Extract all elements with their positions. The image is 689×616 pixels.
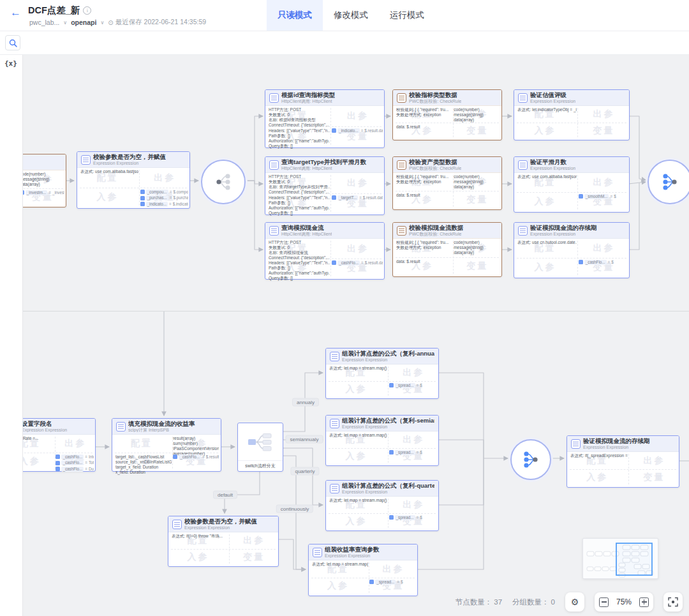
node-title: 查询targetType并找到平滑月数 (281, 159, 366, 166)
node-outputs: code(number)message(string)data(array) (454, 240, 500, 255)
tag-icon (389, 515, 394, 520)
tag-name: _indicato... (146, 202, 168, 207)
tag-value: Duration (89, 467, 94, 472)
node-config-extra: Headers: [{"valueType":"Text","n...Path参… (269, 195, 330, 216)
node-check-params-assign[interactable]: 校验参数是否为空，并赋值Expression Expression配置出参入参变… (77, 151, 190, 209)
node-build-yield-query[interactable]: 组装收益率查询参数Expression Expression配置出参入参变量表达… (308, 544, 418, 596)
tag-value: $ (420, 515, 422, 520)
node-title: 填充模拟现金流的收益率 (128, 421, 195, 428)
node-check-params-bottom[interactable]: 校验参数是否为空，并赋值Expression Expression配置出参入参变… (168, 516, 279, 567)
node-spread-formula-quarterly[interactable]: 组装计算点差的公式（复利-quarterly）Expression Expres… (325, 480, 439, 531)
node-spread-formula-annualy[interactable]: 组装计算点差的公式（复利-annualy）Expression Expressi… (325, 348, 439, 399)
node-config: 校验规则: [ { "required": tru...失败处理方式: exce… (396, 174, 452, 184)
watermark-output: 出参 (593, 109, 614, 120)
tab-edit-mode[interactable]: 修改模式 (323, 0, 379, 31)
node-variable-tags: _cashFlo...=$.result (173, 454, 219, 460)
node-config: HTTP方法: POST失败重试: 0名称: 查询模拟现金流ConnectTim… (269, 240, 330, 261)
settings-button[interactable]: ⚙ (565, 592, 584, 612)
join-icon (518, 447, 544, 472)
node-subtitle: Expression Expression (583, 445, 650, 450)
info-icon[interactable]: i (83, 6, 91, 15)
node-verify-smooth-months[interactable]: 验证平滑月数Expression Expression配置出参入参变量表达式: … (514, 156, 630, 213)
watermark-variable: 变量 (467, 125, 489, 137)
service-select[interactable]: openapi (71, 19, 96, 26)
node-body: 配置出参入参变量表达式: let indicatorTypeObj = _i..… (514, 105, 629, 140)
flow-canvas[interactable]: annualysemiannualyquarterlydefaultcontin… (0, 0, 689, 616)
node-config: 表达式: let map = stream.map()... (312, 562, 368, 567)
node-type-icon (397, 160, 406, 170)
node-body: 配置出参入参变量表达式: if(_spreadExpression ==... (567, 451, 679, 487)
back-arrow-icon[interactable]: ← (10, 7, 21, 18)
node-query-targettype[interactable]: 查询targetType并找到平滑月数HttpClient调用: HttpCli… (265, 156, 385, 215)
node-verify-duration-top[interactable]: 验证模拟现金流的存续期Expression Expression配置出参入参变量… (514, 222, 630, 278)
node-type-icon (397, 93, 406, 103)
watermark-output: 出参 (64, 438, 86, 449)
last-saved-text: 最近保存 2022-06-21 14:35:59 (115, 18, 206, 27)
node-type-icon (269, 93, 279, 103)
node-type-icon (81, 155, 91, 165)
variable-tag: _purchas...=$.purchase... (140, 195, 188, 200)
node-verify-duration-bottom[interactable]: 验证模拟现金流的存续期Expression Expression配置出参入参变量… (567, 435, 679, 488)
node-title: 校验参数是否为空，并赋值 (184, 518, 257, 525)
node-check-indicator-data[interactable]: 校验指标类型数据PWC数据校验: CheckRule配置出参入参变量校验规则: … (392, 89, 502, 140)
zoom-out-icon[interactable] (599, 597, 609, 607)
tag-value: $ (420, 383, 422, 388)
node-body: 配置出参入参变量校验规则: [ { "required": tru...失败处理… (393, 172, 501, 209)
node-variable-tags: _smoothM...=$ (579, 194, 628, 199)
tag-name: _purchas... (146, 195, 168, 200)
watermark-config: 配置 (131, 438, 152, 449)
node-verify-valuation-rating[interactable]: 验证估值评级Expression Expression配置出参入参变量表达式: … (514, 89, 630, 140)
minimap[interactable] (582, 538, 658, 579)
node-config-extra: data: $.result (396, 193, 452, 198)
fit-view-button[interactable] (663, 592, 683, 612)
node-body: 配置出参入参变量HTTP方法: POST失败重试: 0名称: 根据id查询指标类… (265, 105, 384, 147)
node-outputs: code(number)message(string)data(array) (454, 174, 500, 190)
clock-icon: ⊙ (108, 19, 113, 26)
node-check-cashflow-data[interactable]: 校验模拟现金流数据PWC数据校验: CheckRule配置出参入参变量校验规则:… (392, 222, 502, 277)
node-spread-formula-semiannualy[interactable]: 组装计算点差的公式（复利-semiannualy）Expression Expr… (325, 415, 439, 466)
node-header: 根据id查询指标类型HttpClient调用: HttpClient (265, 90, 384, 106)
node-subtitle: HttpClient调用: HttpClient (281, 232, 332, 237)
tag-name: _smoothM... (584, 194, 609, 199)
node-type-icon (330, 352, 339, 361)
node-type-icon (397, 226, 406, 236)
join-gateway-bottom[interactable] (510, 439, 551, 480)
switch-node-label: switch流程分支 (238, 460, 283, 471)
tag-icon (579, 194, 583, 199)
tab-run-mode[interactable]: 运行模式 (379, 0, 435, 31)
watermark-output: 出参 (347, 110, 369, 122)
node-variable-tags: _spread...=$ (389, 515, 437, 520)
node-config: 表达式: let indicatorTypeObj = _i... (517, 107, 577, 112)
status-bar: 节点数量：37 分组数量：0 ⚙ 75% (456, 592, 683, 612)
zoom-in-icon[interactable] (639, 597, 649, 607)
watermark-output: 出参 (403, 499, 424, 511)
switch-branch[interactable]: switch流程分支 (237, 423, 283, 472)
variable-tag: _indicato...=$.result.data (332, 128, 383, 133)
node-header: 校验参数是否为空，并赋值Expression Expression (168, 516, 278, 532)
node-type-icon (313, 548, 322, 557)
tag-name: _cashFlo... (584, 260, 607, 265)
canvas-toolbar (0, 31, 689, 55)
workspace-select[interactable]: pwc_lab... (29, 19, 59, 26)
split-gateway-top[interactable] (201, 160, 246, 204)
search-button[interactable] (5, 35, 20, 50)
join-gateway-top[interactable] (648, 160, 689, 204)
tag-icon (56, 454, 60, 459)
variables-toggle[interactable]: {x} (4, 59, 22, 68)
tag-icon (140, 196, 145, 200)
node-query-indicator-type[interactable]: 根据id查询指标类型HttpClient调用: HttpClient配置出参入参… (265, 89, 385, 148)
node-fill-yield-rate[interactable]: 填充模拟现金流的收益率scipy计算 InterpSPB配置出参入参变量resu… (112, 418, 221, 472)
tag-name: _cashFlo... (179, 454, 201, 460)
node-variable-tags: _investm...=_investm... (20, 190, 64, 195)
node-config: 校验规则: [ { "required": tru...失败处理方式: exce… (396, 240, 452, 250)
node-query-sim-cashflow[interactable]: 查询模拟现金流HttpClient调用: HttpClient配置出参入参变量H… (265, 222, 385, 280)
node-check-asset-data[interactable]: 校验资产类型数据PWC数据校验: CheckRule配置出参入参变量校验规则: … (392, 156, 502, 210)
node-count: 节点数量：37 (456, 597, 502, 607)
node-subtitle: scipy计算 InterpSPB (128, 428, 195, 433)
node-header: 验证模拟现金流的存续期Expression Expression (567, 436, 679, 452)
tab-readonly-mode[interactable]: 只读模式 (267, 0, 323, 31)
tag-value: $.result.data (363, 195, 383, 200)
node-title: 校验模拟现金流数据 (409, 225, 464, 232)
node-header: 验证模拟现金流的存续期Expression Expression (514, 223, 629, 239)
node-config: 表达式: use com.alibaba.fastjson... (80, 169, 138, 174)
